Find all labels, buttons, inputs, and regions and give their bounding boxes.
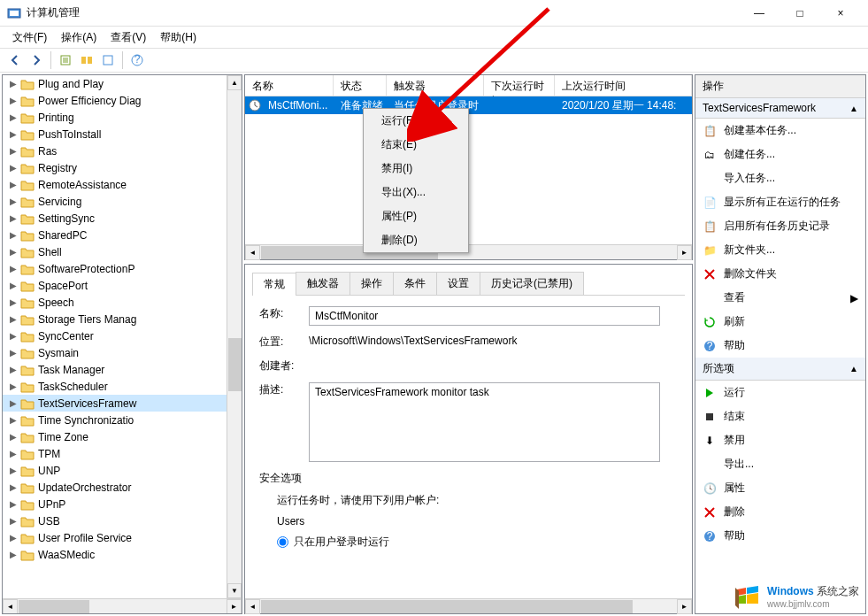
tree-item[interactable]: ▶Registry bbox=[3, 159, 242, 176]
action-view[interactable]: 查看▶ bbox=[695, 286, 865, 310]
tree-item[interactable]: ▶Speech bbox=[3, 294, 242, 311]
tree-item[interactable]: ▶Ras bbox=[3, 142, 242, 159]
expand-icon[interactable]: ▶ bbox=[10, 196, 20, 206]
expand-icon[interactable]: ▶ bbox=[10, 112, 20, 122]
menu-action[interactable]: 操作(A) bbox=[54, 27, 104, 48]
expand-icon[interactable]: ▶ bbox=[10, 550, 20, 559]
tree-item[interactable]: ▶USB bbox=[3, 512, 242, 529]
col-last-run[interactable]: 上次运行时间 bbox=[555, 75, 692, 96]
expand-icon[interactable]: ▶ bbox=[10, 163, 20, 173]
col-triggers[interactable]: 触发器 bbox=[387, 75, 484, 96]
tree-item[interactable]: ▶UNP bbox=[3, 462, 242, 479]
menu-view[interactable]: 查看(V) bbox=[104, 27, 153, 48]
back-button[interactable] bbox=[5, 50, 25, 70]
expand-icon[interactable]: ▶ bbox=[10, 482, 20, 492]
tab-history[interactable]: 历史记录(已禁用) bbox=[480, 272, 584, 295]
col-status[interactable]: 状态 bbox=[334, 75, 387, 96]
action-help[interactable]: ?帮助 bbox=[695, 334, 865, 358]
action-show-running[interactable]: 📄显示所有正在运行的任务 bbox=[695, 190, 865, 214]
tree-item[interactable]: ▶Sysmain bbox=[3, 344, 242, 361]
tab-triggers[interactable]: 触发器 bbox=[296, 272, 350, 295]
tab-actions[interactable]: 操作 bbox=[350, 272, 394, 295]
action-new-folder[interactable]: 📁新文件夹... bbox=[695, 238, 865, 262]
tree-item[interactable]: ▶Power Efficiency Diag bbox=[3, 92, 242, 109]
radio-logged-on[interactable] bbox=[277, 536, 288, 548]
description-field[interactable]: TextServicesFramework monitor task bbox=[309, 382, 660, 462]
action-create-task[interactable]: 🗂创建任务... bbox=[695, 142, 865, 166]
action-delete-folder[interactable]: 删除文件夹 bbox=[695, 262, 865, 286]
expand-icon[interactable]: ▶ bbox=[10, 398, 20, 408]
tool-button-2[interactable] bbox=[77, 50, 96, 70]
tree-vscroll[interactable]: ▲ ▼ bbox=[227, 75, 242, 598]
expand-icon[interactable]: ▶ bbox=[10, 230, 20, 240]
action-properties[interactable]: 🕓属性 bbox=[695, 476, 865, 500]
tree-item[interactable]: ▶Time Zone bbox=[3, 428, 242, 445]
name-field[interactable]: MsCtfMonitor bbox=[309, 306, 660, 326]
expand-icon[interactable]: ▶ bbox=[10, 449, 20, 458]
tree-item[interactable]: ▶SoftwareProtectionP bbox=[3, 260, 242, 277]
tree-item[interactable]: ▶Storage Tiers Manag bbox=[3, 311, 242, 327]
action-help-2[interactable]: ?帮助 bbox=[695, 524, 865, 548]
maximize-button[interactable]: □ bbox=[780, 0, 820, 27]
tree-item[interactable]: ▶Time Synchronizatio bbox=[3, 412, 242, 428]
ctx-delete[interactable]: 删除(D) bbox=[364, 228, 468, 252]
tab-settings[interactable]: 设置 bbox=[436, 272, 480, 295]
expand-icon[interactable]: ▶ bbox=[10, 146, 20, 156]
expand-icon[interactable]: ▶ bbox=[10, 297, 20, 307]
actions-group-1[interactable]: TextServicesFramework ▲ bbox=[695, 98, 865, 119]
tree-item[interactable]: ▶TextServicesFramew bbox=[3, 395, 242, 412]
tree-item[interactable]: ▶SettingSync bbox=[3, 210, 242, 227]
tree-item[interactable]: ▶TPM bbox=[3, 445, 242, 462]
expand-icon[interactable]: ▶ bbox=[10, 213, 20, 223]
tree-item[interactable]: ▶SpacePort bbox=[3, 277, 242, 294]
close-button[interactable]: × bbox=[820, 0, 861, 27]
tab-conditions[interactable]: 条件 bbox=[393, 272, 437, 295]
expand-icon[interactable]: ▶ bbox=[10, 96, 20, 105]
tree-item[interactable]: ▶WaaSMedic bbox=[3, 546, 242, 563]
tree-item[interactable]: ▶RemoteAssistance bbox=[3, 176, 242, 193]
tool-button-3[interactable] bbox=[98, 50, 118, 70]
expand-icon[interactable]: ▶ bbox=[10, 79, 20, 89]
action-enable-history[interactable]: 📋启用所有任务历史记录 bbox=[695, 214, 865, 238]
tree-item[interactable]: ▶Plug and Play bbox=[3, 75, 242, 92]
ctx-run[interactable]: 运行(R) bbox=[364, 109, 468, 133]
tree-item[interactable]: ▶PushToInstall bbox=[3, 126, 242, 142]
scroll-thumb[interactable] bbox=[19, 600, 89, 613]
action-run[interactable]: 运行 bbox=[695, 381, 865, 404]
tool-button-1[interactable] bbox=[56, 50, 75, 70]
tree-item[interactable]: ▶UpdateOrchestrator bbox=[3, 479, 242, 496]
tree-item[interactable]: ▶TaskScheduler bbox=[3, 378, 242, 395]
col-next-run[interactable]: 下次运行时间 bbox=[484, 75, 555, 96]
help-button[interactable]: ? bbox=[127, 50, 147, 70]
actions-group-2[interactable]: 所选项 ▲ bbox=[695, 358, 865, 381]
action-import[interactable]: 导入任务... bbox=[695, 166, 865, 190]
action-end[interactable]: 结束 bbox=[695, 404, 865, 428]
action-refresh[interactable]: 刷新 bbox=[695, 310, 865, 334]
tree-item[interactable]: ▶Servicing bbox=[3, 193, 242, 210]
minimize-button[interactable]: — bbox=[739, 0, 780, 27]
expand-icon[interactable]: ▶ bbox=[10, 432, 20, 442]
menu-help[interactable]: 帮助(H) bbox=[153, 27, 204, 48]
expand-icon[interactable]: ▶ bbox=[10, 381, 20, 391]
scroll-left-icon[interactable]: ◄ bbox=[245, 245, 260, 260]
expand-icon[interactable]: ▶ bbox=[10, 415, 20, 425]
expand-icon[interactable]: ▶ bbox=[10, 516, 20, 526]
scroll-thumb[interactable] bbox=[228, 338, 242, 391]
scroll-thumb[interactable] bbox=[261, 600, 633, 613]
expand-icon[interactable]: ▶ bbox=[10, 365, 20, 374]
tab-general[interactable]: 常规 bbox=[252, 273, 296, 296]
tree-item[interactable]: ▶UPnP bbox=[3, 496, 242, 512]
tree-item[interactable]: ▶Shell bbox=[3, 243, 242, 260]
tree-item[interactable]: ▶SyncCenter bbox=[3, 327, 242, 344]
action-disable[interactable]: ⬇禁用 bbox=[695, 428, 865, 452]
scroll-left-icon[interactable]: ◄ bbox=[3, 599, 18, 614]
scroll-right-icon[interactable]: ► bbox=[227, 599, 242, 614]
expand-icon[interactable]: ▶ bbox=[10, 281, 20, 290]
tree-scroll[interactable]: ▶Plug and Play▶Power Efficiency Diag▶Pri… bbox=[3, 75, 242, 598]
expand-icon[interactable]: ▶ bbox=[10, 247, 20, 257]
tree-hscroll[interactable]: ◄ ► bbox=[3, 598, 242, 613]
expand-icon[interactable]: ▶ bbox=[10, 331, 20, 341]
expand-icon[interactable]: ▶ bbox=[10, 466, 20, 475]
action-export[interactable]: 导出... bbox=[695, 452, 865, 476]
expand-icon[interactable]: ▶ bbox=[10, 264, 20, 273]
